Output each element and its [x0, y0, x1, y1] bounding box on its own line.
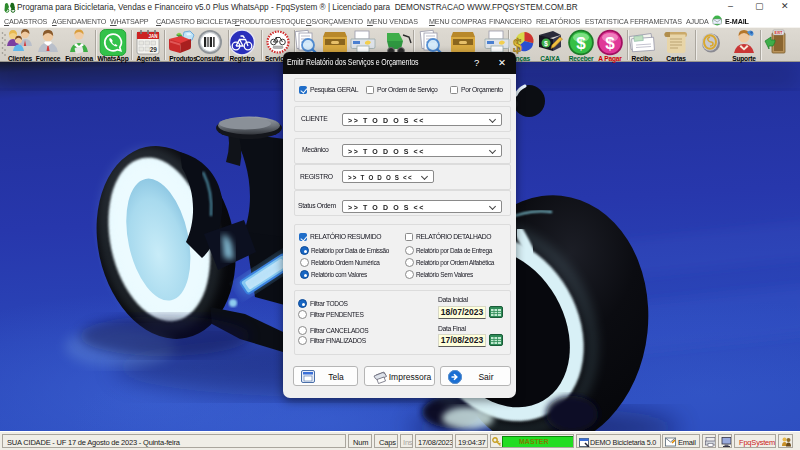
svg-text:$: $: [605, 34, 615, 53]
svg-text:$: $: [576, 34, 586, 53]
svg-text:$: $: [544, 40, 548, 48]
svg-text:EXIT: EXIT: [775, 31, 784, 35]
svg-text:29: 29: [150, 46, 158, 53]
svg-text:JAN: JAN: [148, 34, 157, 39]
